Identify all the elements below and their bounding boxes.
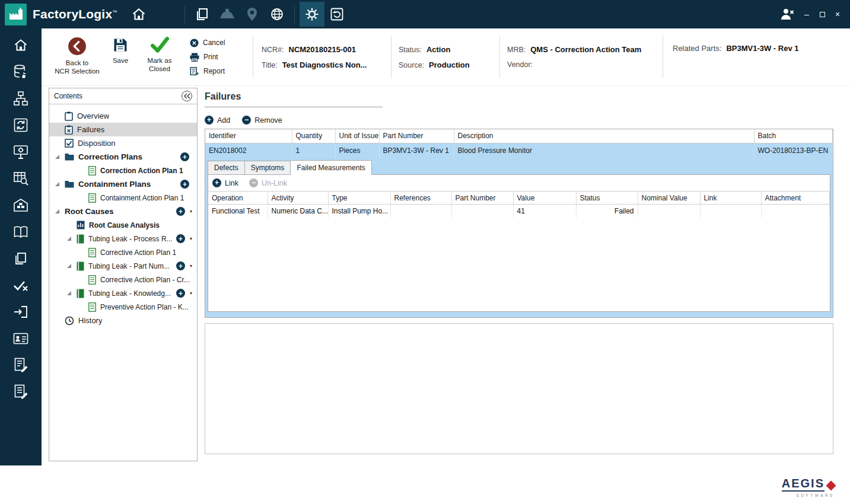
- add-containment-plan-button[interactable]: +: [180, 180, 189, 189]
- topbar: FactoryLogix™ – ×: [0, 0, 850, 28]
- dropdown-caret-icon[interactable]: ▾: [190, 263, 192, 269]
- rail-id-card-icon[interactable]: [7, 330, 34, 347]
- add-failure-button[interactable]: + Add: [205, 116, 230, 125]
- tree-item-tubing-leak-part[interactable]: Tubing Leak - Part Num... + ▾: [49, 259, 197, 273]
- home-button[interactable]: [126, 2, 151, 27]
- measurement-row[interactable]: Functional Test Numeric Data C... Instal…: [208, 205, 830, 218]
- column-attachment[interactable]: Attachment: [761, 192, 830, 205]
- tree-item-overview[interactable]: Overview: [49, 109, 197, 123]
- settings-gear-icon[interactable]: [300, 2, 324, 27]
- column-quantity[interactable]: Quantity: [292, 129, 335, 143]
- cancel-button[interactable]: Cancel: [190, 39, 244, 47]
- tree-item-correction-plans[interactable]: Correction Plans +: [49, 150, 197, 164]
- add-correction-plan-button[interactable]: +: [180, 152, 189, 161]
- column-part-number[interactable]: Part Number: [451, 192, 513, 205]
- rail-production-monitor-icon[interactable]: [7, 143, 34, 160]
- column-value[interactable]: Value: [513, 192, 576, 205]
- rail-copy-pages-icon[interactable]: [7, 250, 34, 267]
- mark-label-1: Mark as: [148, 57, 172, 64]
- tree-item-label: Root Causes: [65, 207, 114, 216]
- rail-process-hierarchy-icon[interactable]: [7, 90, 34, 107]
- column-batch[interactable]: Batch: [754, 129, 833, 143]
- remove-failure-button[interactable]: − Remove: [242, 116, 282, 125]
- window-minimize-button[interactable]: –: [800, 8, 813, 21]
- rail-home-icon[interactable]: [7, 37, 34, 53]
- cell-link: [700, 205, 761, 218]
- column-unit-of-issue[interactable]: Unit of Issue: [335, 129, 379, 143]
- tree-item-root-cause-analysis[interactable]: Root Cause Analysis: [49, 218, 197, 232]
- add-plan-button[interactable]: +: [176, 234, 185, 243]
- dropdown-caret-icon[interactable]: ▾: [190, 291, 192, 296]
- tree-item-containment-plans[interactable]: Containment Plans +: [49, 177, 197, 191]
- expander-icon[interactable]: [67, 237, 71, 241]
- column-nominal-value[interactable]: Nominal Value: [638, 192, 700, 205]
- tree-item-corrective-action-plan-cr[interactable]: Corrective Action Plan - Cr...: [49, 273, 197, 286]
- column-link[interactable]: Link: [700, 192, 761, 205]
- cell-nominal-value: [638, 205, 700, 218]
- tree-item-history[interactable]: History: [49, 314, 197, 327]
- mrb-info-group: MRB:QMS - Correction Action Team Vendor:: [507, 28, 663, 85]
- rail-notes-edit-icon[interactable]: [7, 357, 34, 374]
- window-maximize-button[interactable]: [816, 8, 829, 21]
- add-plan-button[interactable]: +: [176, 289, 185, 298]
- expander-icon[interactable]: [55, 209, 59, 213]
- user-logout-icon[interactable]: [776, 2, 798, 27]
- related-parts-label: Related Parts:: [673, 44, 721, 53]
- column-description[interactable]: Description: [454, 129, 754, 143]
- add-plan-button[interactable]: +: [176, 261, 185, 270]
- column-operation[interactable]: Operation: [208, 192, 268, 205]
- hardhat-icon[interactable]: [215, 2, 240, 27]
- rail-export-icon[interactable]: [7, 304, 34, 320]
- dropdown-caret-icon[interactable]: ▾: [190, 236, 192, 241]
- tree-item-disposition[interactable]: Disposition: [49, 136, 197, 150]
- tab-failed-measurements[interactable]: Failed Measurements: [291, 160, 371, 175]
- failure-row-selected[interactable]: EN2018002 1 Pieces BP3MV1-3W - Rev 1 Blo…: [205, 143, 833, 158]
- tree-item-containment-action-plan-1[interactable]: Containment Action Plan 1: [49, 191, 197, 205]
- collapse-panel-button[interactable]: [182, 91, 192, 101]
- column-identifier[interactable]: Identifier: [205, 129, 292, 143]
- tab-symptoms[interactable]: Symptoms: [245, 161, 291, 175]
- mark-as-closed-button[interactable]: Mark asClosed: [139, 28, 180, 85]
- tree-item-correction-action-plan-1[interactable]: Correction Action Plan 1: [49, 164, 197, 177]
- measurements-table: Operation Activity Type References Part …: [208, 191, 830, 218]
- link-button[interactable]: + Link: [212, 178, 238, 187]
- tree-item-tubing-leak-knowledge[interactable]: Tubing Leak - Knowledg... + ▾: [49, 286, 197, 300]
- expander-icon[interactable]: [55, 155, 59, 159]
- column-activity[interactable]: Activity: [268, 192, 328, 205]
- add-root-cause-button[interactable]: +: [176, 207, 185, 216]
- documents-icon[interactable]: [190, 2, 215, 27]
- window-close-button[interactable]: ×: [831, 8, 844, 21]
- expander-icon[interactable]: [55, 182, 59, 186]
- rail-sync-icon[interactable]: [7, 117, 34, 133]
- globe-icon[interactable]: [265, 2, 289, 27]
- column-part-number[interactable]: Part Number: [379, 129, 454, 143]
- tree-item-root-causes[interactable]: Root Causes + ▾: [49, 205, 197, 218]
- failure-detail-tabs: Defects Symptoms Failed Measurements: [208, 160, 830, 175]
- unlink-button[interactable]: − Un-Link: [249, 178, 287, 187]
- ncr-info-group: NCR#:NCM20180215-001 Title:Test Diagnost…: [262, 28, 391, 85]
- rail-data-lookup-icon[interactable]: [7, 170, 34, 187]
- tree-item-tubing-leak-process[interactable]: Tubing Leak - Process R... + ▾: [49, 232, 197, 245]
- print-button[interactable]: Print: [190, 53, 244, 62]
- back-to-ncr-selection-button[interactable]: Back toNCR Selection: [52, 28, 102, 85]
- rail-warehouse-icon[interactable]: [7, 197, 34, 213]
- column-references[interactable]: References: [390, 192, 451, 205]
- back-label-1: Back to: [66, 59, 88, 66]
- column-type[interactable]: Type: [328, 192, 390, 205]
- column-status[interactable]: Status: [576, 192, 638, 205]
- expander-icon[interactable]: [67, 264, 71, 268]
- report-button[interactable]: Report: [190, 67, 244, 76]
- rail-documentation-book-icon[interactable]: [7, 224, 34, 240]
- tree-item-failures[interactable]: Failures: [49, 123, 197, 136]
- save-button[interactable]: Save: [102, 28, 139, 85]
- location-pin-icon[interactable]: [240, 2, 265, 27]
- rail-report-edit-icon[interactable]: [7, 384, 34, 400]
- tree-item-preventive-action-plan-k[interactable]: Preventive Action Plan - K...: [49, 300, 197, 314]
- dropdown-caret-icon[interactable]: ▾: [190, 209, 192, 214]
- rail-materials-database-icon[interactable]: [7, 63, 34, 80]
- tree-item-corrective-action-plan-1[interactable]: Corrective Action Plan 1: [49, 245, 197, 259]
- tab-defects[interactable]: Defects: [208, 161, 245, 175]
- expander-icon[interactable]: [67, 291, 71, 295]
- rail-quality-check-icon[interactable]: [7, 277, 34, 294]
- refresh-undo-icon[interactable]: [324, 2, 349, 27]
